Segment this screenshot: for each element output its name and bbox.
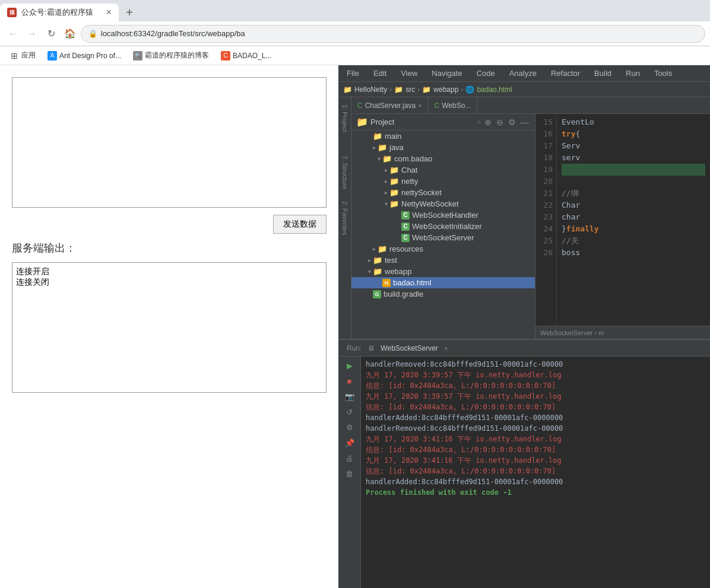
project-tree-items: 📁main▸📁java▾📁com.badao▸📁Chat▸📁netty▸📁net…	[351, 131, 535, 300]
run-output-line: handlerAdded:8cc84bfffed9d151-00001afc-0…	[366, 476, 705, 487]
code-area: 151617181920212223242526 EventLo try{ Se…	[535, 114, 710, 326]
tree-minimize-btn[interactable]: —	[519, 116, 530, 128]
browser-tab[interactable]: 猿 公众号:霸道的程序猿 ×	[0, 4, 119, 21]
bookmark-badao[interactable]: 🔍 霸道的程序猿的博客	[128, 49, 214, 62]
tree-item[interactable]: ▸📁test	[351, 255, 535, 266]
tree-item[interactable]: CWebSocketInitializer	[351, 221, 535, 232]
run-output-line: handlerRemoved:8cc84bfffed9d151-00001afc…	[366, 359, 705, 370]
status-bar: WebSocketServer › m	[535, 326, 710, 339]
bookmark-ant[interactable]: A Ant Design Pro of...	[43, 50, 126, 62]
tree-item[interactable]: ▸📁Chat	[351, 164, 535, 176]
breadcrumb-webapp: webapp	[433, 85, 458, 94]
run-play-btn[interactable]: ▶	[343, 359, 356, 372]
menu-item-file[interactable]: File	[343, 68, 363, 79]
tree-item[interactable]: ▾📁webapp	[351, 266, 535, 277]
menu-item-view[interactable]: View	[397, 68, 421, 79]
line-number: 25	[535, 235, 553, 247]
apps-icon: ⊞	[9, 51, 19, 61]
run-output-line: 信息: [id: 0x2484a3ca, L:/0:0:0:0:0:0:0:0:…	[366, 380, 705, 391]
message-input[interactable]	[12, 77, 327, 208]
code-line: //绑	[562, 187, 705, 199]
tree-item[interactable]: 📁main	[351, 131, 535, 142]
run-settings-btn[interactable]: ⚙	[343, 421, 356, 434]
code-lines[interactable]: EventLo try{ Serv serv //绑 Char char }fi…	[557, 114, 710, 326]
run-camera-btn[interactable]: 📷	[343, 390, 356, 403]
run-pin-btn[interactable]: 📌	[343, 436, 356, 449]
new-tab-button[interactable]: +	[119, 4, 140, 21]
menu-item-refactor[interactable]: Refactor	[547, 68, 584, 79]
breadcrumb-src-icon: 📁	[394, 85, 403, 94]
menu-item-tools[interactable]: Tools	[651, 68, 676, 79]
ide-tab-websocket[interactable]: C WebSo...	[429, 97, 478, 114]
breadcrumb-sep2: ›	[417, 85, 420, 94]
tree-item[interactable]: Gbuild.gradle	[351, 288, 535, 300]
project-tree: 📁 Project ▾ ⊕ ⊖ ⚙ — 📁main▸📁java▾📁com.bad…	[351, 114, 535, 339]
code-line: serv	[562, 152, 705, 164]
tree-item[interactable]: ▾📁NettyWebSocket	[351, 198, 535, 209]
main-layout: 发送数据 服务端输出： 连接开启连接关闭 FileEditViewNavigat…	[0, 65, 710, 588]
browser-content: 发送数据 服务端输出： 连接开启连接关闭	[0, 65, 338, 588]
ide-split: 📁 Project ▾ ⊕ ⊖ ⚙ — 📁main▸📁java▾📁com.bad…	[351, 114, 710, 339]
run-rerun-btn[interactable]: ↺	[343, 405, 356, 418]
tree-add-btn[interactable]: ⊕	[483, 116, 493, 128]
tree-settings-icon: ▾	[477, 118, 481, 126]
output-area: 连接开启连接关闭	[12, 262, 327, 393]
breadcrumb-webapp-icon: 📁	[422, 85, 431, 94]
menu-item-build[interactable]: Build	[591, 68, 615, 79]
project-strip-label[interactable]: 1: Project	[341, 104, 348, 132]
tree-item[interactable]: ▸📁netty	[351, 176, 535, 187]
line-number: 18	[535, 152, 553, 164]
menu-item-edit[interactable]: Edit	[370, 68, 390, 79]
tree-item[interactable]: CWebSocketServer	[351, 232, 535, 243]
tree-item[interactable]: CWebSocketHandler	[351, 209, 535, 221]
tree-item[interactable]: ▸📁resources	[351, 243, 535, 255]
forward-button[interactable]: →	[24, 26, 40, 42]
ide-menubar: FileEditViewNavigateCodeAnalyzeRefactorB…	[338, 65, 710, 82]
tree-header-title: Project	[370, 117, 475, 126]
run-server-name: WebSocketServer	[377, 344, 442, 352]
structure-strip-label[interactable]: 7: Structure	[341, 155, 348, 189]
run-print-btn[interactable]: 🖨	[343, 452, 356, 465]
tree-item[interactable]: ▸📁nettySocket	[351, 187, 535, 198]
line-number: 19	[535, 164, 553, 176]
line-number: 15	[535, 116, 553, 128]
breadcrumb-hello-netty: 📁	[343, 85, 352, 94]
code-editor: 151617181920212223242526 EventLo try{ Se…	[535, 114, 710, 339]
ide-tab-chatserver[interactable]: C ChatServer.java ×	[351, 97, 429, 114]
tree-settings-btn[interactable]: ⚙	[507, 116, 517, 128]
tree-collapse-btn[interactable]: ⊖	[495, 116, 505, 128]
bookmark-apps[interactable]: ⊞ 应用	[5, 49, 40, 62]
tree-item[interactable]: Hbadao.html	[351, 277, 535, 288]
run-trash-btn[interactable]: 🗑	[343, 467, 356, 480]
bookmark-badao2[interactable]: C BADAO_L...	[216, 50, 276, 62]
tree-item[interactable]: ▸📁java	[351, 142, 535, 153]
badao2-icon: C	[221, 51, 230, 61]
chatserver-close[interactable]: ×	[418, 102, 421, 109]
line-number: 22	[535, 199, 553, 211]
menu-item-code[interactable]: Code	[473, 68, 499, 79]
menu-item-navigate[interactable]: Navigate	[428, 68, 465, 79]
send-button[interactable]: 发送数据	[273, 215, 327, 234]
bookmark-ant-label: Ant Design Pro of...	[59, 52, 121, 60]
tab-close-button[interactable]: ×	[106, 7, 112, 18]
tab-title: 公众号:霸道的程序猿	[21, 7, 102, 18]
menu-item-analyze[interactable]: Analyze	[506, 68, 540, 79]
run-output-line: 信息: [id: 0x2484a3ca, L:/0:0:0:0:0:0:0:0:…	[366, 402, 705, 412]
tab-bar: 猿 公众号:霸道的程序猿 × +	[0, 0, 710, 21]
home-button[interactable]: 🏠	[62, 26, 78, 42]
reload-button[interactable]: ↻	[43, 26, 59, 42]
menu-item-run[interactable]: Run	[622, 68, 644, 79]
run-tabs: Run: 🖥 WebSocketServer ×	[338, 340, 710, 357]
back-button[interactable]: ←	[5, 26, 21, 42]
address-bar[interactable]: 🔒 localhost:63342/gradleTest/src/webapp/…	[81, 25, 705, 43]
run-tab-close[interactable]: ×	[444, 345, 448, 352]
code-line: EventLo	[562, 116, 705, 128]
send-row: 发送数据	[12, 215, 327, 234]
status-bar-text: WebSocketServer › m	[540, 329, 604, 336]
favorites-strip-label[interactable]: 2: Favorites	[341, 201, 348, 235]
run-stop-btn[interactable]: ■	[343, 374, 356, 387]
line-number: 16	[535, 128, 553, 140]
nav-bar: ← → ↻ 🏠 🔒 localhost:63342/gradleTest/src…	[0, 21, 710, 46]
chatserver-icon: C	[357, 101, 363, 110]
tree-item[interactable]: ▾📁com.badao	[351, 153, 535, 164]
